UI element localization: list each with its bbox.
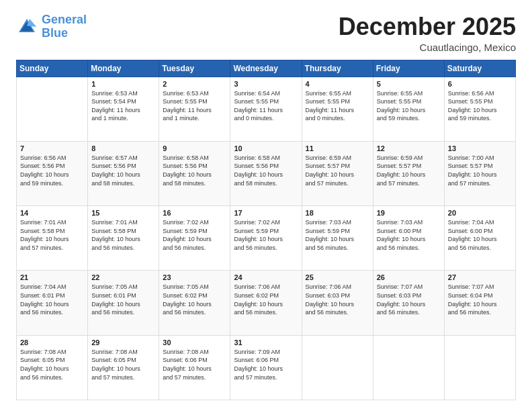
calendar-cell-w4-d6: 26Sunrise: 7:07 AM Sunset: 6:03 PM Dayli…: [373, 271, 444, 335]
day-info-20: Sunrise: 7:04 AM Sunset: 6:00 PM Dayligh…: [448, 218, 512, 252]
col-wednesday: Wednesday: [230, 60, 302, 77]
calendar-cell-w1-d3: 2Sunrise: 6:53 AM Sunset: 5:55 PM Daylig…: [159, 77, 230, 141]
day-info-13: Sunrise: 7:00 AM Sunset: 5:57 PM Dayligh…: [448, 154, 512, 187]
calendar-cell-w2-d3: 9Sunrise: 6:58 AM Sunset: 5:56 PM Daylig…: [159, 141, 230, 205]
day-info-10: Sunrise: 6:58 AM Sunset: 5:56 PM Dayligh…: [234, 154, 298, 187]
day-info-17: Sunrise: 7:02 AM Sunset: 5:59 PM Dayligh…: [234, 218, 298, 252]
logo-line1: General: [42, 13, 87, 26]
day-info-26: Sunrise: 7:07 AM Sunset: 6:03 PM Dayligh…: [377, 283, 441, 316]
day-number-9: 9: [163, 144, 226, 152]
calendar-cell-w2-d2: 8Sunrise: 6:57 AM Sunset: 5:56 PM Daylig…: [88, 141, 159, 205]
day-info-21: Sunrise: 7:04 AM Sunset: 6:01 PM Dayligh…: [20, 283, 84, 316]
day-info-6: Sunrise: 6:56 AM Sunset: 5:55 PM Dayligh…: [448, 89, 512, 123]
day-number-6: 6: [448, 80, 512, 88]
calendar-cell-w4-d7: 27Sunrise: 7:07 AM Sunset: 6:04 PM Dayli…: [444, 271, 515, 335]
col-saturday: Saturday: [444, 60, 515, 77]
calendar-week-4: 21Sunrise: 7:04 AM Sunset: 6:01 PM Dayli…: [17, 271, 516, 335]
calendar-cell-w5-d1: 28Sunrise: 7:08 AM Sunset: 6:05 PM Dayli…: [17, 335, 88, 400]
day-number-22: 22: [91, 273, 155, 281]
title-block: December 2025 Cuautlacingo, Mexico: [339, 13, 516, 53]
calendar-cell-w5-d3: 30Sunrise: 7:08 AM Sunset: 6:06 PM Dayli…: [159, 335, 230, 400]
calendar-header-row: Sunday Monday Tuesday Wednesday Thursday…: [17, 60, 516, 77]
day-number-24: 24: [234, 273, 298, 281]
day-number-2: 2: [163, 80, 226, 88]
calendar-cell-w5-d7: [444, 335, 515, 400]
day-number-15: 15: [91, 209, 155, 217]
day-number-27: 27: [448, 273, 512, 281]
calendar-cell-w4-d1: 21Sunrise: 7:04 AM Sunset: 6:01 PM Dayli…: [17, 271, 88, 335]
day-info-22: Sunrise: 7:05 AM Sunset: 6:01 PM Dayligh…: [91, 283, 155, 316]
calendar-week-5: 28Sunrise: 7:08 AM Sunset: 6:05 PM Dayli…: [17, 335, 516, 400]
day-number-25: 25: [306, 273, 369, 281]
calendar-table: Sunday Monday Tuesday Wednesday Thursday…: [16, 60, 516, 400]
calendar-cell-w2-d7: 13Sunrise: 7:00 AM Sunset: 5:57 PM Dayli…: [444, 141, 515, 205]
calendar-cell-w1-d1: [17, 77, 88, 141]
logo-icon: [16, 16, 38, 38]
logo: General Blue: [16, 13, 87, 40]
calendar-cell-w3-d1: 14Sunrise: 7:01 AM Sunset: 5:58 PM Dayli…: [17, 206, 88, 271]
day-number-10: 10: [234, 144, 298, 152]
day-info-9: Sunrise: 6:58 AM Sunset: 5:56 PM Dayligh…: [163, 154, 226, 187]
day-number-19: 19: [377, 209, 441, 217]
day-number-20: 20: [448, 209, 512, 217]
calendar-week-2: 7Sunrise: 6:56 AM Sunset: 5:56 PM Daylig…: [17, 141, 516, 205]
calendar-cell-w2-d6: 12Sunrise: 6:59 AM Sunset: 5:57 PM Dayli…: [373, 141, 444, 205]
calendar-cell-w1-d6: 5Sunrise: 6:55 AM Sunset: 5:55 PM Daylig…: [373, 77, 444, 141]
day-number-26: 26: [377, 273, 441, 281]
page: General Blue December 2025 Cuautlacingo,…: [0, 0, 532, 411]
logo-line2: Blue: [42, 26, 68, 40]
col-sunday: Sunday: [17, 60, 88, 77]
day-info-8: Sunrise: 6:57 AM Sunset: 5:56 PM Dayligh…: [91, 154, 155, 187]
calendar-cell-w4-d4: 24Sunrise: 7:06 AM Sunset: 6:02 PM Dayli…: [230, 271, 302, 335]
day-number-16: 16: [163, 209, 226, 217]
day-info-5: Sunrise: 6:55 AM Sunset: 5:55 PM Dayligh…: [377, 89, 441, 123]
calendar-cell-w2-d1: 7Sunrise: 6:56 AM Sunset: 5:56 PM Daylig…: [17, 141, 88, 205]
calendar-cell-w3-d6: 19Sunrise: 7:03 AM Sunset: 6:00 PM Dayli…: [373, 206, 444, 271]
subtitle: Cuautlacingo, Mexico: [339, 42, 516, 53]
day-number-18: 18: [306, 209, 369, 217]
calendar-cell-w1-d7: 6Sunrise: 6:56 AM Sunset: 5:55 PM Daylig…: [444, 77, 515, 141]
calendar-cell-w2-d4: 10Sunrise: 6:58 AM Sunset: 5:56 PM Dayli…: [230, 141, 302, 205]
day-number-21: 21: [20, 273, 84, 281]
day-info-18: Sunrise: 7:03 AM Sunset: 5:59 PM Dayligh…: [306, 218, 369, 252]
calendar-cell-w5-d5: [302, 335, 373, 400]
calendar-cell-w1-d5: 4Sunrise: 6:55 AM Sunset: 5:55 PM Daylig…: [302, 77, 373, 141]
day-info-4: Sunrise: 6:55 AM Sunset: 5:55 PM Dayligh…: [306, 89, 369, 123]
day-number-13: 13: [448, 144, 512, 152]
calendar-cell-w3-d4: 17Sunrise: 7:02 AM Sunset: 5:59 PM Dayli…: [230, 206, 302, 271]
day-info-3: Sunrise: 6:54 AM Sunset: 5:55 PM Dayligh…: [234, 89, 298, 123]
day-info-24: Sunrise: 7:06 AM Sunset: 6:02 PM Dayligh…: [234, 283, 298, 316]
day-number-29: 29: [91, 338, 155, 347]
calendar-cell-w1-d4: 3Sunrise: 6:54 AM Sunset: 5:55 PM Daylig…: [230, 77, 302, 141]
calendar-cell-w4-d3: 23Sunrise: 7:05 AM Sunset: 6:02 PM Dayli…: [159, 271, 230, 335]
svg-marker-2: [27, 19, 36, 27]
day-number-30: 30: [163, 338, 226, 347]
day-info-19: Sunrise: 7:03 AM Sunset: 6:00 PM Dayligh…: [377, 218, 441, 252]
calendar-cell-w3-d5: 18Sunrise: 7:03 AM Sunset: 5:59 PM Dayli…: [302, 206, 373, 271]
col-thursday: Thursday: [302, 60, 373, 77]
day-info-16: Sunrise: 7:02 AM Sunset: 5:59 PM Dayligh…: [163, 218, 226, 252]
col-monday: Monday: [88, 60, 159, 77]
day-number-28: 28: [20, 338, 84, 347]
day-info-2: Sunrise: 6:53 AM Sunset: 5:55 PM Dayligh…: [163, 89, 226, 123]
day-info-11: Sunrise: 6:59 AM Sunset: 5:57 PM Dayligh…: [306, 154, 369, 187]
day-info-31: Sunrise: 7:09 AM Sunset: 6:06 PM Dayligh…: [234, 348, 298, 381]
header: General Blue December 2025 Cuautlacingo,…: [16, 13, 516, 53]
col-friday: Friday: [373, 60, 444, 77]
day-number-5: 5: [377, 80, 441, 88]
day-number-8: 8: [91, 144, 155, 152]
day-info-12: Sunrise: 6:59 AM Sunset: 5:57 PM Dayligh…: [377, 154, 441, 187]
day-info-7: Sunrise: 6:56 AM Sunset: 5:56 PM Dayligh…: [20, 154, 84, 187]
logo-text: General Blue: [42, 13, 87, 40]
day-number-4: 4: [306, 80, 369, 88]
calendar-cell-w5-d6: [373, 335, 444, 400]
calendar-cell-w5-d2: 29Sunrise: 7:08 AM Sunset: 6:05 PM Dayli…: [88, 335, 159, 400]
day-info-29: Sunrise: 7:08 AM Sunset: 6:05 PM Dayligh…: [91, 348, 155, 381]
day-info-27: Sunrise: 7:07 AM Sunset: 6:04 PM Dayligh…: [448, 283, 512, 316]
day-number-14: 14: [20, 209, 84, 217]
day-number-12: 12: [377, 144, 441, 152]
day-info-14: Sunrise: 7:01 AM Sunset: 5:58 PM Dayligh…: [20, 218, 84, 252]
calendar-cell-w3-d2: 15Sunrise: 7:01 AM Sunset: 5:58 PM Dayli…: [88, 206, 159, 271]
calendar-cell-w3-d3: 16Sunrise: 7:02 AM Sunset: 5:59 PM Dayli…: [159, 206, 230, 271]
day-info-30: Sunrise: 7:08 AM Sunset: 6:06 PM Dayligh…: [163, 348, 226, 381]
